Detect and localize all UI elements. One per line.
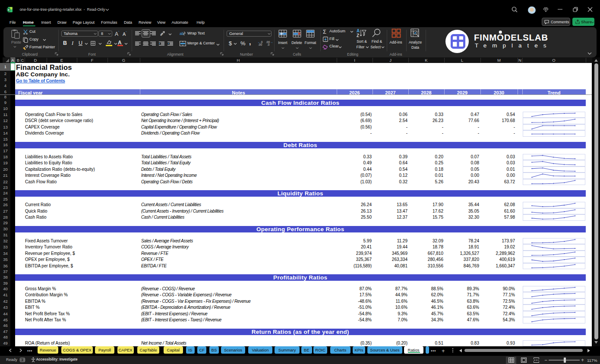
svg-text:x: x xyxy=(8,8,9,11)
svg-text:.0: .0 xyxy=(267,43,270,46)
svg-text:A: A xyxy=(357,28,360,33)
svg-text:Z: Z xyxy=(357,33,359,38)
svg-text:.00: .00 xyxy=(258,43,262,46)
svg-text:ab: ab xyxy=(180,31,184,36)
svg-text:→: → xyxy=(270,41,273,44)
